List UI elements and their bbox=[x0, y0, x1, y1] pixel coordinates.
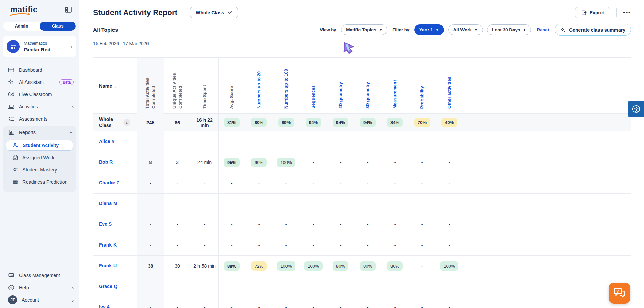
name-cell: Bob R bbox=[93, 152, 137, 173]
info-icon[interactable]: i bbox=[123, 119, 130, 126]
column-header-label: 3D geometry bbox=[365, 82, 371, 109]
period-filter-value: Last 30 Days bbox=[492, 27, 520, 32]
topic-score-cell: 80% bbox=[327, 256, 354, 276]
sidebar-item-class-management[interactable]: Class Management bbox=[0, 269, 79, 282]
student-name-link[interactable]: Ivy A bbox=[99, 304, 110, 308]
row-filler bbox=[463, 256, 631, 276]
student-name-link[interactable]: Frank K bbox=[99, 242, 117, 248]
topic-score-cell: - bbox=[354, 152, 381, 173]
more-menu-button[interactable]: ••• bbox=[623, 9, 631, 16]
tab-class[interactable]: Class bbox=[40, 22, 76, 31]
topic-score-cell: - bbox=[354, 131, 381, 152]
topic-score-cell: - bbox=[327, 194, 354, 214]
reset-filters-link[interactable]: Reset bbox=[537, 27, 549, 32]
scope-selector-dropdown[interactable]: Whole Class bbox=[190, 7, 238, 18]
accessibility-widget-button[interactable] bbox=[628, 101, 644, 117]
matific-logo: matific bbox=[10, 5, 38, 14]
sidebar-item-activities[interactable]: Activities › bbox=[0, 101, 79, 113]
view-by-dropdown[interactable]: Matific Topics ▼ bbox=[341, 24, 387, 35]
sidebar-collapse-icon[interactable] bbox=[65, 7, 72, 13]
metric-cell: - bbox=[137, 173, 164, 193]
column-header-label: Numbers up to 100 bbox=[283, 69, 289, 109]
table-row: Frank U38302 h 58 min88%72%100%100%80%80… bbox=[93, 256, 631, 276]
chevron-right-icon: › bbox=[72, 285, 74, 291]
student-name-link[interactable]: Frank U bbox=[99, 263, 117, 269]
column-header-topic[interactable]: Measurement bbox=[381, 58, 408, 114]
topic-score-cell: - bbox=[273, 297, 300, 308]
topic-score-cell: - bbox=[381, 194, 408, 214]
topic-score-cell: - bbox=[436, 152, 463, 173]
score-badge: 80% bbox=[360, 261, 376, 271]
view-by-value: Matific Topics bbox=[346, 27, 376, 32]
name-cell: Frank K bbox=[93, 235, 137, 255]
column-header-topic[interactable]: Probability bbox=[408, 58, 436, 114]
metric-cell: - bbox=[219, 276, 245, 297]
topic-score-cell: - bbox=[381, 131, 408, 152]
column-header-topic[interactable]: Sequences bbox=[300, 58, 327, 114]
sidebar-item-reports[interactable]: Reports › bbox=[3, 126, 76, 139]
student-name-link[interactable]: Bob R bbox=[99, 159, 113, 165]
score-badge: 100% bbox=[440, 261, 458, 271]
sidebar-item-student-activity[interactable]: Student Activity bbox=[6, 140, 73, 151]
reports-group: Reports › Student Activity Assigned Work… bbox=[3, 126, 76, 192]
topic-score-cell: - bbox=[327, 173, 354, 193]
column-header-metric[interactable]: Time Spent bbox=[191, 58, 219, 114]
table-row: Charlie Z------------ bbox=[93, 173, 631, 194]
column-header-metric[interactable]: Total Activities Completed bbox=[137, 58, 164, 114]
sidebar-item-student-mastery[interactable]: Student Mastery bbox=[6, 164, 73, 175]
whole-class-label: Whole Class bbox=[99, 116, 121, 128]
sidebar-item-assessments[interactable]: Assessments bbox=[0, 113, 79, 125]
column-header-metric[interactable]: Unique Activities Completed bbox=[164, 58, 191, 114]
name-cell: Whole Classi bbox=[93, 114, 137, 131]
metric-cell: 24 min bbox=[191, 152, 219, 173]
student-name-link[interactable]: Grace Q bbox=[99, 284, 117, 290]
sidebar-item-ai-assistant[interactable]: AI Assistant Beta bbox=[0, 76, 79, 88]
score-badge: 89% bbox=[278, 118, 294, 127]
generate-class-summary-button[interactable]: Generate class summary bbox=[555, 24, 631, 36]
column-header-topic[interactable]: Numbers up to 20 bbox=[245, 58, 273, 114]
sidebar-item-live-classroom[interactable]: Live Classroom bbox=[0, 88, 79, 101]
column-header-topic[interactable]: Numbers up to 100 bbox=[273, 58, 300, 114]
sidebar-item-assigned-work[interactable]: Assigned Work bbox=[6, 152, 73, 163]
metric-cell: - bbox=[164, 173, 191, 193]
topic-score-cell: - bbox=[354, 173, 381, 193]
sidebar-item-help[interactable]: ? Help › bbox=[0, 282, 79, 294]
column-header-topic[interactable]: 2D geometry bbox=[327, 58, 354, 114]
topic-score-cell: - bbox=[408, 173, 436, 193]
year-filter-dropdown[interactable]: Year 1 ▼ bbox=[414, 24, 444, 35]
metric-cell: - bbox=[191, 194, 219, 214]
class-subject: Mathematics bbox=[24, 41, 67, 46]
table-row: Grace Q------------ bbox=[93, 276, 631, 297]
topic-score-cell: - bbox=[381, 173, 408, 193]
sidebar-item-readiness-prediction[interactable]: Readiness Prediction bbox=[6, 177, 73, 187]
column-header-metric[interactable]: Avg. Score bbox=[219, 58, 245, 114]
column-header-topic[interactable]: Other activities bbox=[436, 58, 463, 114]
column-header-label: Total Activities Completed bbox=[144, 58, 156, 109]
class-selector-card[interactable]: Mathematics Gecko Red › bbox=[3, 36, 76, 57]
student-name-link[interactable]: Eve S bbox=[99, 221, 112, 228]
period-filter-dropdown[interactable]: Last 30 Days ▼ bbox=[487, 24, 531, 35]
tab-admin[interactable]: Admin bbox=[3, 22, 40, 31]
sidebar-item-account[interactable]: JT Account › bbox=[0, 294, 79, 306]
column-header-name[interactable]: Name↓ bbox=[93, 58, 137, 114]
topic-score-cell: - bbox=[381, 214, 408, 235]
topic-score-cell: - bbox=[408, 256, 436, 276]
sidebar-item-label: Dashboard bbox=[19, 67, 74, 73]
student-name-link[interactable]: Charlie Z bbox=[99, 180, 119, 186]
metric-cell: - bbox=[137, 194, 164, 214]
work-filter-dropdown[interactable]: All Work ▼ bbox=[448, 24, 483, 35]
sort-descending-icon[interactable]: ↓ bbox=[115, 83, 117, 89]
sidebar-item-label: Live Classroom bbox=[19, 92, 74, 97]
broadcast-icon bbox=[8, 91, 14, 97]
sidebar-item-label: Student Mastery bbox=[22, 167, 57, 173]
sidebar-item-dashboard[interactable]: Dashboard bbox=[0, 64, 79, 76]
cursor-sticker-graphic bbox=[342, 41, 356, 55]
sidebar-item-label: Reports bbox=[19, 130, 65, 135]
help-chat-button[interactable]: ? bbox=[609, 283, 630, 304]
topic-score-cell: 100% bbox=[273, 256, 300, 276]
column-header-topic[interactable]: 3D geometry bbox=[354, 58, 381, 114]
student-name-link[interactable]: Alice Y bbox=[99, 139, 115, 145]
export-button[interactable]: Export bbox=[575, 7, 610, 18]
student-name-link[interactable]: Diana M bbox=[99, 201, 117, 207]
chevron-up-icon: › bbox=[67, 132, 73, 133]
